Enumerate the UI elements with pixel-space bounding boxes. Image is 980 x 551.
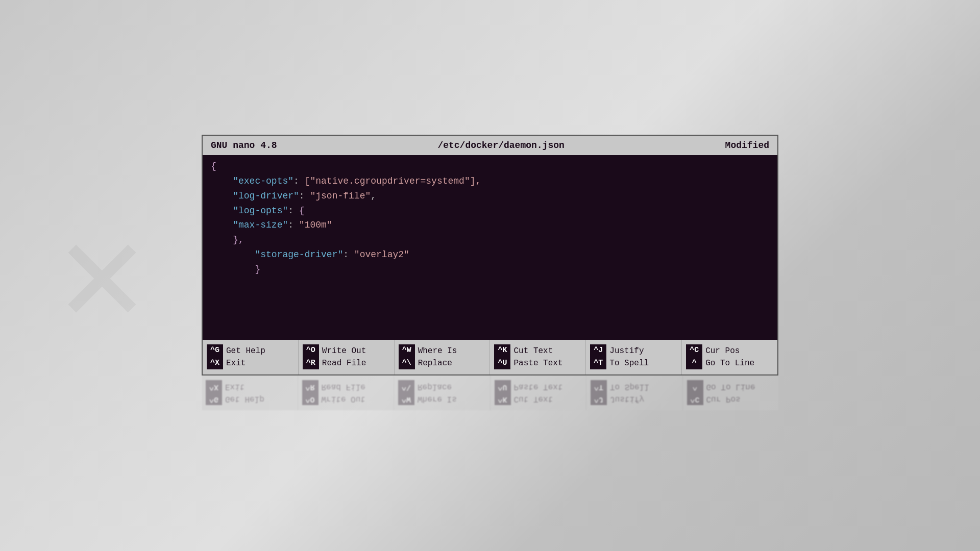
shortcut-justify[interactable]: ^J Justify bbox=[590, 344, 677, 357]
shortcut-key-cx: ^X bbox=[207, 357, 223, 370]
shortcut-key-cr: ^R bbox=[303, 357, 319, 370]
editor-line-8: } bbox=[211, 262, 769, 277]
app-name: GNU nano 4.8 bbox=[211, 140, 277, 151]
shortcut-get-help[interactable]: ^G Get Help bbox=[207, 344, 294, 357]
shortcut-group-3: ^K Cut Text ^U Paste Text bbox=[490, 340, 586, 374]
shortcut-group-2: ^W Where Is ^\ Replace bbox=[395, 340, 491, 374]
shortcut-key-ct: ^T bbox=[590, 357, 606, 370]
shortcut-group-5: ^C Cur Pos ^ Go To Line bbox=[682, 340, 777, 374]
editor-line-6: }, bbox=[211, 233, 769, 247]
refl-group-0: ^G Get Help ^X Exit bbox=[202, 375, 298, 410]
editor-line-3: "log-driver": "json-file", bbox=[211, 189, 769, 204]
editor-area[interactable]: { "exec-opts": ["native.cgroupdriver=sys… bbox=[203, 155, 777, 340]
refl-group-1: ^O Write Out ^R Read File bbox=[298, 375, 395, 410]
shortcut-key-backslash: ^\ bbox=[399, 357, 415, 370]
shortcut-key-cc: ^C bbox=[686, 344, 702, 357]
terminal-window: GNU nano 4.8 /etc/docker/daemon.json Mod… bbox=[202, 135, 778, 375]
shortcut-go-to-line[interactable]: ^ Go To Line bbox=[686, 357, 773, 370]
shortcut-label-exit: Exit bbox=[226, 357, 246, 369]
shortcut-key-cj: ^J bbox=[590, 344, 606, 357]
shortcut-label-to-spell: To Spell bbox=[609, 357, 649, 369]
shortcut-label-write-out: Write Out bbox=[322, 345, 366, 357]
shortcut-replace[interactable]: ^\ Replace bbox=[399, 357, 486, 370]
shortcut-label-justify: Justify bbox=[609, 345, 644, 357]
editor-line-4: "log-opts": { bbox=[211, 204, 769, 218]
shortcut-key-caret: ^ bbox=[686, 357, 702, 370]
shortcut-key-cu: ^U bbox=[494, 357, 510, 370]
terminal-wrapper: GNU nano 4.8 /etc/docker/daemon.json Mod… bbox=[202, 135, 778, 416]
editor-line-2: "exec-opts": ["native.cgroupdriver=syste… bbox=[211, 174, 769, 189]
editor-line-7: "storage-driver": "overlay2" bbox=[211, 247, 769, 262]
shortcut-write-out[interactable]: ^O Write Out bbox=[303, 344, 390, 357]
shortcut-label-cut-text: Cut Text bbox=[513, 345, 553, 357]
shortcut-where-is[interactable]: ^W Where Is bbox=[399, 344, 486, 357]
shortcut-label-go-to-line: Go To Line bbox=[705, 357, 754, 369]
shortcut-group-1: ^O Write Out ^R Read File bbox=[299, 340, 395, 374]
modified-status: Modified bbox=[725, 140, 769, 151]
filename: /etc/docker/daemon.json bbox=[277, 140, 725, 151]
refl-group-4: ^J Justify ^T To Spell bbox=[586, 375, 683, 410]
shortcut-cut-text[interactable]: ^K Cut Text bbox=[494, 344, 581, 357]
shortcut-group-0: ^G Get Help ^X Exit bbox=[203, 340, 299, 374]
shortcut-key-cg: ^G bbox=[207, 344, 223, 357]
shortcut-label-replace: Replace bbox=[418, 357, 452, 369]
reflection-wrapper: ^G Get Help ^X Exit ^O Write Out ^R Read… bbox=[202, 375, 778, 416]
shortcut-label-read-file: Read File bbox=[322, 357, 366, 369]
shortcut-paste-text[interactable]: ^U Paste Text bbox=[494, 357, 581, 370]
shortcut-label-where-is: Where Is bbox=[418, 345, 457, 357]
refl-group-5: ^C Cur Pos ^ Go To Line bbox=[683, 375, 779, 410]
shortcut-group-4: ^J Justify ^T To Spell bbox=[586, 340, 682, 374]
shortcut-exit[interactable]: ^X Exit bbox=[207, 357, 294, 370]
title-bar: GNU nano 4.8 /etc/docker/daemon.json Mod… bbox=[203, 136, 777, 155]
editor-line-1: { bbox=[211, 159, 769, 174]
editor-line-blank3 bbox=[211, 306, 769, 321]
shortcut-bar-reflection: ^G Get Help ^X Exit ^O Write Out ^R Read… bbox=[202, 375, 778, 410]
shortcut-label-paste-text: Paste Text bbox=[513, 357, 562, 369]
refl-group-2: ^W Where Is ^\ Replace bbox=[394, 375, 491, 410]
shortcut-key-cw: ^W bbox=[399, 344, 415, 357]
editor-line-blank4 bbox=[211, 321, 769, 336]
shortcut-to-spell[interactable]: ^T To Spell bbox=[590, 357, 677, 370]
shortcut-label-get-help: Get Help bbox=[226, 345, 265, 357]
background-logo: ✕ bbox=[26, 199, 179, 352]
shortcut-bar: ^G Get Help ^X Exit ^O Write Out ^R Read… bbox=[203, 340, 777, 374]
shortcut-read-file[interactable]: ^R Read File bbox=[303, 357, 390, 370]
editor-line-5: "max-size": "100m" bbox=[211, 218, 769, 233]
shortcut-label-cur-pos: Cur Pos bbox=[705, 345, 740, 357]
shortcut-key-ck: ^K bbox=[494, 344, 510, 357]
editor-line-blank bbox=[211, 277, 769, 292]
shortcut-key-co: ^O bbox=[303, 344, 319, 357]
refl-group-3: ^K Cut Text ^U Paste Text bbox=[491, 375, 587, 410]
editor-line-blank2 bbox=[211, 291, 769, 306]
shortcut-cur-pos[interactable]: ^C Cur Pos bbox=[686, 344, 773, 357]
